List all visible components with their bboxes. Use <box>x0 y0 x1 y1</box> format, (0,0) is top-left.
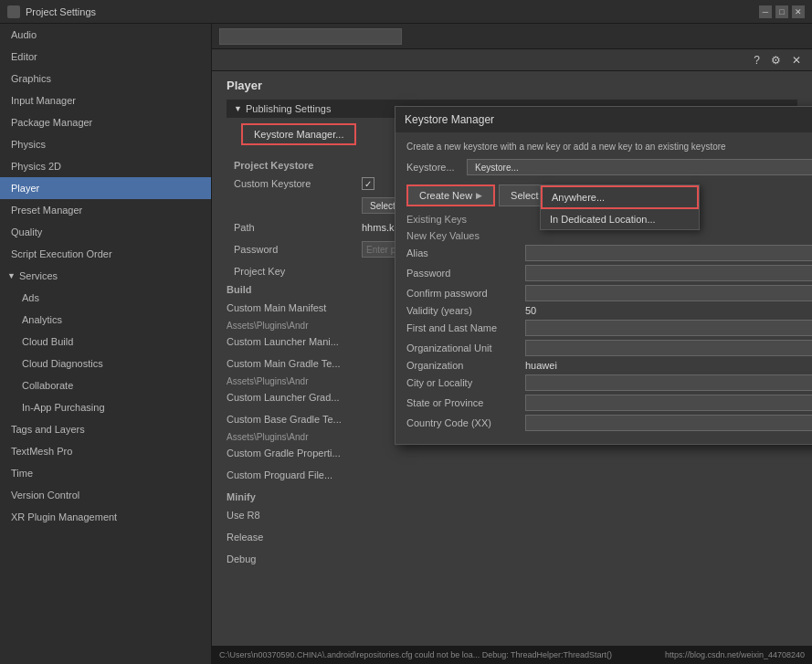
keystore-modal: Keystore Manager ✕ Create a new keystore… <box>395 106 812 445</box>
sidebar-item-collaborate[interactable]: Collaborate <box>0 374 211 396</box>
sidebar-item-input-manager[interactable]: Input Manager <box>0 90 211 111</box>
org-unit-row: Organizational Unit <box>406 340 812 356</box>
modal-title-bar: Keystore Manager ✕ <box>395 107 812 132</box>
city-input[interactable] <box>525 374 812 391</box>
sidebar-item-version-control[interactable]: Version Control <box>0 484 211 506</box>
anywhere-btn[interactable]: Anywhere... <box>541 185 699 209</box>
modal-password-label: Password <box>406 268 525 279</box>
modal-overlay: Keystore Manager ✕ Create a new keystore… <box>212 24 812 664</box>
create-new-arrow: ▶ <box>476 191 482 200</box>
org-unit-input[interactable] <box>525 340 812 356</box>
state-label: State or Province <box>406 397 525 408</box>
sidebar-item-cloud-diagnostics[interactable]: Cloud Diagnostics <box>0 353 211 374</box>
modal-title: Keystore Manager <box>405 113 494 126</box>
title-bar: Project Settings ─ □ ✕ <box>0 0 812 24</box>
state-row: State or Province <box>406 395 812 411</box>
confirm-password-label: Confirm password <box>406 288 525 299</box>
sidebar-item-player[interactable]: Player <box>0 177 211 199</box>
city-row: City or Locality <box>406 374 812 391</box>
window-title: Project Settings <box>26 6 96 17</box>
alias-field-label: Alias <box>406 248 525 258</box>
sidebar-item-textmesh-pro[interactable]: TextMesh Pro <box>0 440 211 462</box>
country-input[interactable] <box>525 415 812 431</box>
org-unit-label: Organizational Unit <box>406 343 525 353</box>
organization-label: Organization <box>406 360 525 371</box>
sidebar-item-graphics[interactable]: Graphics <box>0 68 211 90</box>
create-new-button[interactable]: Create New ▶ <box>406 184 495 206</box>
content-area: ? ⚙ ✕ Player ▼ Publishing Settings Keyst… <box>212 24 812 664</box>
modal-password-input[interactable] <box>525 265 812 281</box>
window-icon <box>7 5 20 18</box>
minimize-btn[interactable]: ─ <box>759 5 772 18</box>
maximize-btn[interactable]: □ <box>775 5 788 18</box>
in-dedicated-location-btn[interactable]: In Dedicated Location... <box>541 209 699 229</box>
sidebar-item-physics-2d[interactable]: Physics 2D <box>0 155 211 177</box>
modal-description: Create a new keystore with a new key or … <box>406 142 812 152</box>
sidebar-item-time[interactable]: Time <box>0 462 211 484</box>
sidebar: Audio Editor Graphics Input Manager Pack… <box>0 24 212 664</box>
first-last-input[interactable] <box>525 320 812 336</box>
keystore-field-label: Keystore... <box>406 162 461 173</box>
services-arrow: ▼ <box>7 268 16 284</box>
validity-row: Validity (years) 50 <box>406 305 812 316</box>
sidebar-item-xr-plugin-management[interactable]: XR Plugin Management <box>0 506 211 528</box>
sidebar-item-analytics[interactable]: Analytics <box>0 309 211 331</box>
keystore-select-row: Keystore... Keystore... <box>406 159 812 175</box>
alias-input[interactable] <box>525 245 812 261</box>
sidebar-item-in-app-purchasing[interactable]: In-App Purchasing <box>0 396 211 418</box>
sidebar-item-script-execution-order[interactable]: Script Execution Order <box>0 243 211 265</box>
sidebar-item-quality[interactable]: Quality <box>0 221 211 243</box>
country-label: Country Code (XX) <box>406 417 525 428</box>
alias-row: Alias <box>406 245 812 261</box>
state-input[interactable] <box>525 395 812 411</box>
create-new-submenu: Anywhere... In Dedicated Location... <box>540 184 700 230</box>
new-key-values-label: New Key Values <box>406 230 812 241</box>
organization-row: Organization huawei <box>406 360 812 371</box>
sidebar-item-audio[interactable]: Audio <box>0 24 211 46</box>
country-row: Country Code (XX) <box>406 415 812 431</box>
sidebar-item-preset-manager[interactable]: Preset Manager <box>0 199 211 221</box>
sidebar-item-services[interactable]: ▼ Services <box>0 265 211 287</box>
modal-password-row: Password <box>406 265 812 281</box>
modal-keystore-select[interactable]: Keystore... <box>467 159 812 175</box>
organization-value: huawei <box>525 360 557 371</box>
first-last-label: First and Last Name <box>406 322 525 333</box>
first-last-row: First and Last Name <box>406 320 812 336</box>
sidebar-item-tags-and-layers[interactable]: Tags and Layers <box>0 418 211 440</box>
confirm-password-input[interactable] <box>525 285 812 301</box>
close-btn[interactable]: ✕ <box>792 5 805 18</box>
main-container: Audio Editor Graphics Input Manager Pack… <box>0 24 812 664</box>
sidebar-item-package-manager[interactable]: Package Manager <box>0 111 211 133</box>
validity-value: 50 <box>525 305 536 316</box>
modal-actions-container: Create New ▶ Select Existing ▶ Anywhere.… <box>406 184 812 206</box>
window-controls: ─ □ ✕ <box>759 5 805 18</box>
confirm-password-row: Confirm password <box>406 285 812 301</box>
sidebar-item-editor[interactable]: Editor <box>0 46 211 68</box>
sidebar-item-ads[interactable]: Ads <box>0 287 211 309</box>
city-label: City or Locality <box>406 377 525 388</box>
sidebar-item-cloud-build[interactable]: Cloud Build <box>0 331 211 353</box>
validity-label: Validity (years) <box>406 305 525 316</box>
sidebar-item-physics[interactable]: Physics <box>0 133 211 155</box>
modal-body: Create a new keystore with a new key or … <box>395 132 812 444</box>
